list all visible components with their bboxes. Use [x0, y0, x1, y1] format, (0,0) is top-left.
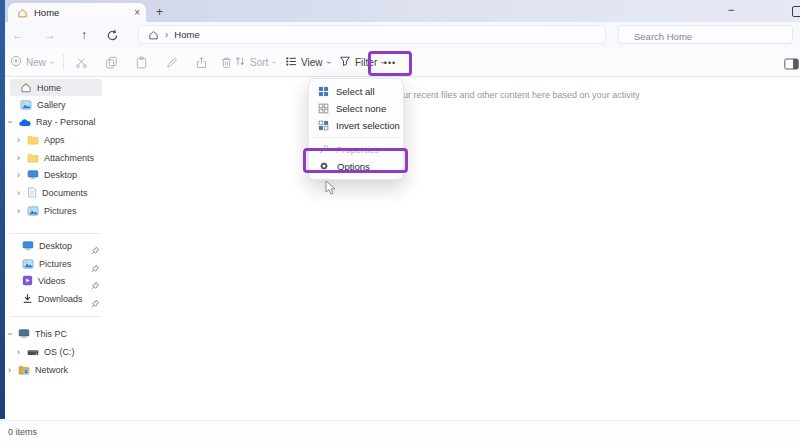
search-input[interactable]: [632, 30, 786, 43]
breadcrumb-home-icon: [148, 26, 159, 44]
sidebar-item-label: Videos: [38, 276, 65, 286]
cut-button[interactable]: [72, 53, 90, 71]
pictures-icon: [22, 255, 34, 273]
sidebar-item-this-pc[interactable]: › This PC: [6, 325, 67, 342]
refresh-icon[interactable]: [106, 28, 119, 46]
search-box[interactable]: [618, 25, 793, 44]
videos-icon: [22, 272, 33, 290]
this-pc-icon: [18, 325, 30, 343]
view-button[interactable]: View ›: [285, 48, 330, 76]
sort-button[interactable]: Sort ›: [234, 48, 275, 76]
sidebar-item-desktop-pinned[interactable]: Desktop: [22, 237, 72, 254]
maximize-button[interactable]: [792, 6, 800, 17]
tab-title: Home: [34, 7, 128, 18]
address-bar[interactable]: › Home: [138, 25, 606, 44]
network-icon: [18, 361, 30, 379]
paste-button[interactable]: [132, 53, 150, 71]
delete-button[interactable]: [217, 53, 235, 71]
menu-item-label: Select none: [336, 103, 386, 114]
sort-label: Sort: [250, 57, 268, 68]
see-more-button[interactable]: •••: [368, 51, 412, 75]
sidebar-item-desktop-onedrive[interactable]: › Desktop: [15, 166, 77, 183]
sidebar-item-gallery[interactable]: Gallery: [20, 96, 66, 113]
new-icon: [10, 53, 22, 71]
view-icon: [285, 53, 297, 71]
mouse-cursor: [325, 180, 337, 200]
up-icon[interactable]: ↑: [76, 22, 92, 48]
rename-button[interactable]: [162, 53, 180, 71]
menu-item-label: Properties: [336, 144, 379, 155]
sidebar-item-pictures-onedrive[interactable]: › Pictures: [15, 202, 77, 219]
chevron-right-icon[interactable]: ›: [15, 135, 22, 145]
desktop-icon: [27, 166, 39, 184]
sidebar-item-os-c[interactable]: › OS (C:): [15, 343, 75, 360]
tab-close-icon[interactable]: ×: [134, 7, 140, 18]
sidebar-divider: [10, 316, 100, 317]
menu-item-properties: Properties: [309, 141, 403, 158]
new-tab-button[interactable]: +: [152, 4, 167, 19]
menu-divider: [313, 137, 399, 138]
sidebar-item-downloads-pinned[interactable]: Downloads: [22, 290, 83, 307]
items-count: 0 items: [8, 427, 37, 437]
menu-item-select-none[interactable]: Select none: [309, 100, 403, 117]
sort-icon: [234, 53, 246, 71]
details-pane-icon[interactable]: [782, 55, 800, 73]
chevron-down-icon[interactable]: ›: [5, 330, 15, 337]
pin-icon: [91, 241, 100, 250]
menu-item-select-all[interactable]: Select all: [309, 83, 403, 100]
breadcrumb-home[interactable]: Home: [174, 29, 199, 40]
sidebar-item-label: Downloads: [38, 294, 83, 304]
chevron-right-icon[interactable]: ›: [15, 153, 22, 163]
sidebar-item-label: This PC: [35, 329, 67, 339]
sidebar-item-home[interactable]: Home: [20, 79, 61, 96]
menu-item-label: Options: [337, 161, 370, 172]
chevron-right-icon[interactable]: ›: [15, 170, 22, 180]
invert-selection-icon: [318, 117, 329, 135]
activity-hint-text: ur recent files and other content here b…: [403, 90, 640, 100]
gallery-icon: [20, 96, 32, 114]
sidebar-item-label: Network: [35, 365, 68, 375]
see-more-menu: Select all Select none Invert selection …: [308, 78, 404, 180]
chevron-right-icon[interactable]: ›: [6, 365, 13, 375]
sidebar-item-network[interactable]: › Network: [6, 361, 68, 378]
onedrive-cloud-icon: [18, 113, 31, 131]
desktop-icon: [22, 237, 34, 255]
share-button[interactable]: [192, 53, 210, 71]
back-icon[interactable]: ←: [10, 22, 26, 48]
menu-item-label: Invert selection: [336, 120, 400, 131]
file-explorer-window: Home × + − ← → ↑ › Home New ›: [0, 0, 800, 443]
select-all-icon: [318, 83, 329, 101]
chevron-down-icon[interactable]: ›: [5, 118, 15, 125]
sidebar-item-label: Home: [37, 83, 61, 93]
chevron-right-icon[interactable]: ›: [15, 347, 22, 357]
sidebar-item-documents[interactable]: › Documents: [15, 184, 88, 201]
sidebar-item-label: Attachments: [44, 153, 94, 163]
tab-bar: Home × + −: [0, 0, 800, 22]
sidebar-item-pictures-pinned[interactable]: Pictures: [22, 255, 72, 272]
chevron-down-icon: ›: [324, 61, 333, 64]
pin-icon: [91, 276, 100, 285]
chevron-down-icon: ›: [47, 61, 56, 64]
downloads-icon: [22, 290, 33, 308]
sidebar-item-attachments[interactable]: › Attachments: [15, 149, 94, 166]
tab-home[interactable]: Home ×: [8, 3, 146, 22]
new-button[interactable]: New ›: [10, 48, 53, 76]
menu-item-invert-selection[interactable]: Invert selection: [309, 117, 403, 134]
new-label: New: [26, 57, 46, 68]
menu-item-options[interactable]: Options: [309, 158, 403, 175]
forward-icon[interactable]: →: [42, 22, 58, 48]
sidebar-item-label: OS (C:): [44, 347, 75, 357]
sidebar-item-apps[interactable]: › Apps: [15, 131, 65, 148]
navigation-bar: ← → ↑ › Home: [0, 22, 800, 49]
folder-icon: [27, 149, 39, 167]
sidebar-item-videos-pinned[interactable]: Videos: [22, 272, 65, 289]
sidebar-item-label: Pictures: [44, 206, 77, 216]
sidebar-item-onedrive[interactable]: › Ray - Personal: [6, 113, 96, 130]
minimize-button[interactable]: −: [720, 1, 742, 19]
sidebar-item-label: Desktop: [44, 170, 77, 180]
gear-icon: [318, 158, 330, 176]
chevron-right-icon[interactable]: ›: [15, 206, 22, 216]
chevron-right-icon[interactable]: ›: [15, 188, 22, 198]
copy-button[interactable]: [102, 53, 120, 71]
breadcrumb-separator: ›: [165, 29, 168, 40]
